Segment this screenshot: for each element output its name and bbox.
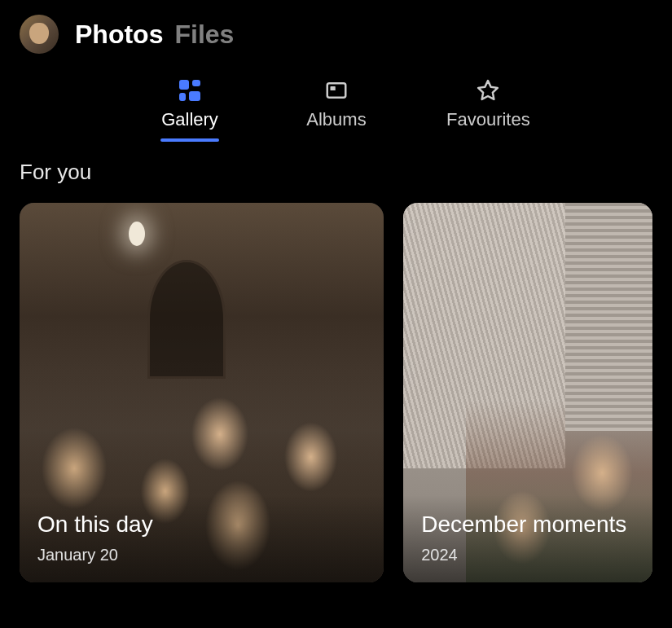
card-overlay: On this day January 20 [20,495,384,582]
card-subtitle: 2024 [421,546,635,564]
nav-tabs: Photos Files [75,20,234,50]
star-icon [476,78,500,103]
tab-underline [160,138,219,142]
sub-tabs: Gallery Albums Favourites [0,64,672,150]
card-on-this-day[interactable]: On this day January 20 [20,203,384,582]
for-you-section: For you On this day January 20 December … [0,150,672,582]
svg-rect-1 [331,86,336,90]
tab-gallery[interactable]: Gallery [153,78,226,142]
header: Photos Files [0,0,672,64]
avatar[interactable] [20,15,59,54]
card-title: December moments [421,512,635,538]
tab-albums[interactable]: Albums [300,78,373,142]
album-icon [324,78,349,103]
section-title: For you [20,160,652,185]
tab-favourites[interactable]: Favourites [446,78,530,142]
grid-icon [178,78,202,103]
card-title: On this day [37,512,366,538]
card-subtitle: January 20 [37,546,366,564]
tab-files[interactable]: Files [174,20,234,50]
svg-rect-0 [327,83,346,98]
cards-row: On this day January 20 December moments … [20,203,652,582]
card-overlay: December moments 2024 [403,495,652,582]
tab-albums-label: Albums [306,109,366,130]
tab-photos[interactable]: Photos [75,20,163,50]
card-december-moments[interactable]: December moments 2024 [403,203,652,582]
tab-favourites-label: Favourites [446,109,530,130]
tab-gallery-label: Gallery [161,109,218,130]
